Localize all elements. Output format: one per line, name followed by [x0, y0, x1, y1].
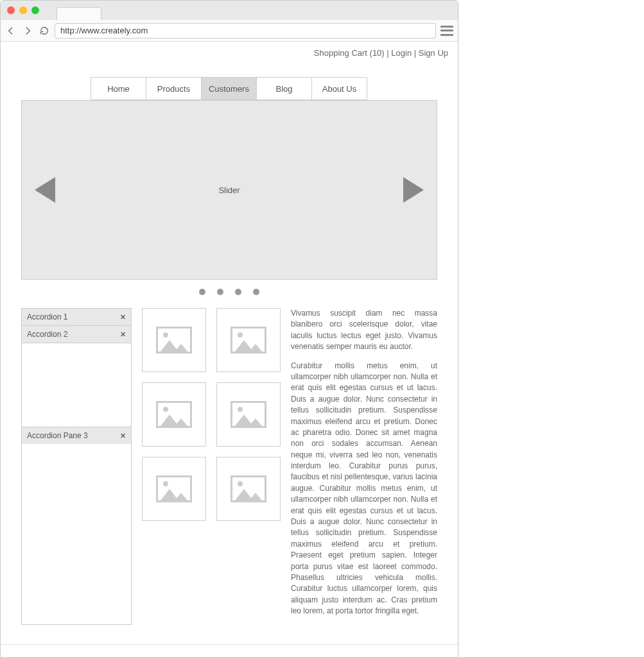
- reload-button[interactable]: [38, 24, 51, 37]
- slider-label: Slider: [218, 185, 239, 195]
- utility-nav: Shopping Cart (10) | Login | Sign Up: [1, 42, 458, 64]
- close-icon[interactable]: ✕: [120, 313, 126, 321]
- url-bar[interactable]: [55, 23, 436, 38]
- accordion-item-1[interactable]: Accordion 1 ✕: [22, 309, 131, 326]
- window-maximize-icon[interactable]: [31, 6, 39, 14]
- image-placeholder-icon: [156, 475, 192, 502]
- image-placeholder-icon: [156, 327, 192, 354]
- slider-next-icon[interactable]: [403, 177, 424, 203]
- shopping-cart-link[interactable]: Shopping Cart (10): [314, 48, 385, 58]
- paragraph: Curabitur mollis metus enim, ut ullamcor…: [291, 361, 437, 617]
- thumbnail[interactable]: [142, 382, 206, 447]
- thumbnail[interactable]: [216, 382, 281, 447]
- tab-about[interactable]: About Us: [311, 77, 367, 100]
- thumbnail[interactable]: [216, 457, 281, 521]
- tab-customers[interactable]: Customers: [201, 77, 257, 100]
- image-placeholder-icon: [231, 475, 266, 502]
- hero-slider: Slider: [21, 100, 437, 280]
- tab-blog[interactable]: Blog: [256, 77, 312, 100]
- browser-toolbar: [1, 20, 458, 42]
- accordion-label: Accordion Pane 3: [27, 431, 88, 440]
- signup-link[interactable]: Sign Up: [419, 48, 448, 58]
- window-close-icon[interactable]: [7, 6, 15, 14]
- slider-dot[interactable]: [199, 289, 205, 295]
- slider-dot[interactable]: [217, 289, 223, 295]
- accordion-label: Accordion 2: [27, 330, 67, 339]
- close-icon[interactable]: ✕: [120, 432, 126, 440]
- tab-home[interactable]: Home: [91, 77, 146, 100]
- forward-button[interactable]: [21, 24, 34, 37]
- slider-dot[interactable]: [253, 289, 259, 295]
- accordion-body: [22, 343, 131, 427]
- thumbnail[interactable]: [142, 457, 206, 521]
- image-placeholder-icon: [231, 327, 266, 354]
- slider-dot[interactable]: [235, 289, 241, 295]
- url-input[interactable]: [60, 26, 430, 35]
- browser-window: Shopping Cart (10) | Login | Sign Up Hom…: [0, 0, 458, 657]
- paragraph: Vivamus suscipit diam nec massa blaniber…: [291, 308, 437, 353]
- tab-products[interactable]: Products: [146, 77, 202, 100]
- main-nav: Home Products Customers Blog About Us: [1, 77, 458, 100]
- accordion: Accordion 1 ✕ Accordion 2 ✕ Accordion Pa…: [21, 308, 132, 625]
- image-placeholder-icon: [231, 401, 266, 428]
- back-button[interactable]: [4, 24, 17, 37]
- slider-prev-icon[interactable]: [35, 177, 55, 203]
- footer: Footer: [1, 645, 458, 657]
- browser-tab[interactable]: [57, 7, 101, 20]
- browser-menu-icon[interactable]: [440, 25, 454, 37]
- close-icon[interactable]: ✕: [120, 330, 126, 339]
- accordion-item-3[interactable]: Accordion Pane 3 ✕: [22, 427, 131, 444]
- thumbnail[interactable]: [216, 308, 281, 372]
- slider-pagination: [1, 289, 458, 295]
- image-placeholder-icon: [156, 401, 192, 428]
- accordion-item-2[interactable]: Accordion 2 ✕: [22, 326, 131, 343]
- page-content: Shopping Cart (10) | Login | Sign Up Hom…: [1, 42, 458, 657]
- thumbnail[interactable]: [142, 308, 206, 372]
- separator: |: [414, 48, 419, 58]
- image-gallery: [142, 308, 281, 625]
- browser-tabbar: [1, 1, 458, 20]
- body-copy: Vivamus suscipit diam nec massa blaniber…: [291, 308, 437, 625]
- accordion-label: Accordion 1: [27, 312, 67, 321]
- login-link[interactable]: Login: [391, 48, 412, 58]
- main-content: Accordion 1 ✕ Accordion 2 ✕ Accordion Pa…: [1, 308, 458, 638]
- window-minimize-icon[interactable]: [19, 6, 27, 14]
